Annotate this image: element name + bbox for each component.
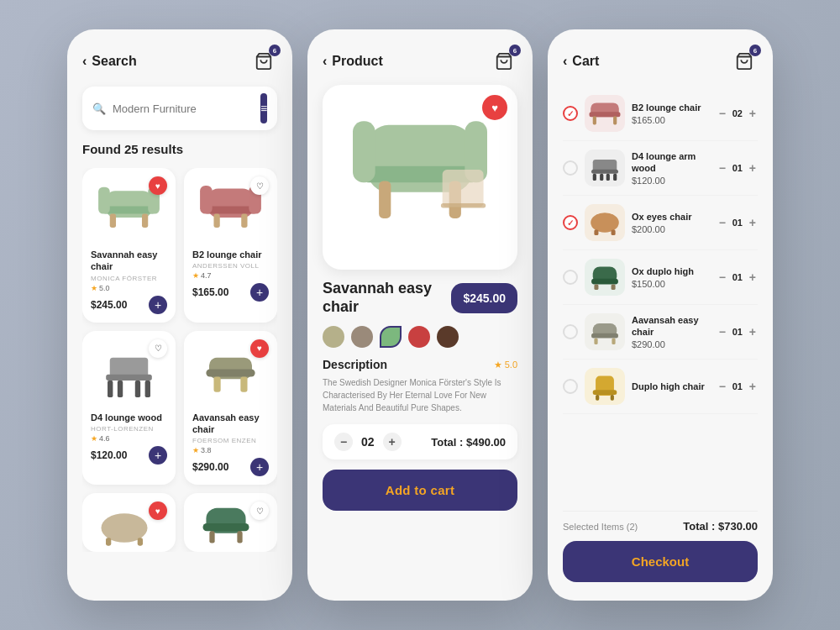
svg-point-50 [591, 213, 619, 233]
cart-decrease-6[interactable]: − [717, 380, 727, 393]
cart-thumb-5 [585, 313, 625, 350]
product-card-4[interactable]: ♥ Aavansah easy chair FOERSOM ENZEN ★3.8… [184, 331, 277, 486]
favorite-icon-3[interactable]: ♡ [149, 339, 167, 358]
cart-increase-6[interactable]: + [748, 380, 758, 393]
svg-rect-37 [443, 170, 484, 207]
quantity-decrease-button[interactable]: − [334, 433, 353, 451]
add-product-1-button[interactable]: + [149, 296, 167, 314]
cart-item-price-5: $290.00 [632, 339, 711, 349]
color-options [323, 326, 517, 348]
filter-button[interactable]: ≡ [260, 93, 267, 123]
cart-decrease-4[interactable]: − [717, 270, 727, 284]
product-name-4: Aavansah easy chair [192, 412, 269, 436]
cart-qty-control-5: − 01 + [717, 325, 758, 339]
checkout-button[interactable]: Checkout [563, 541, 758, 582]
favorite-icon-1[interactable]: ♥ [149, 176, 167, 195]
product-card-1[interactable]: ♥ Savannah easy chair MONICA FÖRSTER ★5.… [82, 168, 176, 323]
product-favorite-button[interactable]: ♥ [482, 95, 507, 120]
cart-chair-img-2 [587, 153, 622, 183]
favorite-icon-6[interactable]: ♡ [250, 501, 269, 520]
add-product-2-button[interactable]: + [250, 283, 269, 302]
svg-rect-27 [203, 523, 249, 531]
cart-increase-2[interactable]: + [748, 161, 758, 175]
cart-checkbox-4[interactable] [563, 270, 578, 285]
product-bottom-1: $245.00 + [91, 296, 167, 314]
quantity-increase-button[interactable]: + [383, 433, 402, 451]
svg-rect-46 [593, 174, 596, 181]
cart-increase-4[interactable]: + [748, 270, 758, 284]
cart-chair-img-1 [587, 98, 622, 129]
product-back-button[interactable]: ‹ Product [323, 54, 383, 69]
product-price-3: $120.00 [91, 449, 127, 461]
svg-rect-33 [353, 121, 375, 182]
description-title: Description [323, 358, 387, 371]
favorite-icon-4[interactable]: ♥ [250, 339, 269, 358]
cart-item-name-6: Duplo high chair [632, 381, 711, 392]
product-name-1: Savannah easy chair [91, 249, 167, 273]
cart-chair-img-5 [587, 317, 622, 347]
cart-item-price-1: $165.00 [632, 115, 711, 125]
cart-increase-1[interactable]: + [748, 107, 758, 120]
cart-decrease-1[interactable]: − [717, 107, 727, 120]
product-card-2[interactable]: ♡ B2 lounge chair ANDERSSEN VOLL ★4.7 $1… [184, 168, 277, 323]
chair-illustration-5 [91, 501, 158, 548]
cart-item-4: Ox duplo high $150.00 − 01 + [563, 250, 758, 305]
product-rating-2: ★4.7 [192, 271, 269, 280]
svg-rect-42 [593, 116, 596, 124]
color-option-5[interactable] [437, 326, 459, 348]
favorite-icon-5[interactable]: ♥ [149, 501, 167, 520]
product-cart-icon[interactable]: 6 [491, 48, 517, 75]
cart-qty-control-4: − 01 + [717, 270, 758, 284]
cart-increase-5[interactable]: + [748, 325, 758, 339]
product-hero-image: ♥ [323, 85, 517, 270]
add-to-cart-button[interactable]: Add to cart [323, 470, 517, 511]
color-option-1[interactable] [323, 326, 344, 348]
cart-decrease-5[interactable]: − [717, 325, 727, 339]
search-cart-icon[interactable]: 6 [250, 48, 277, 75]
svg-rect-60 [612, 339, 615, 345]
cart-item-price-4: $150.00 [632, 279, 711, 289]
cart-item-2: D4 lounge arm wood $120.00 − 01 + [563, 141, 758, 196]
svg-rect-64 [611, 395, 614, 401]
favorite-icon-2[interactable]: ♡ [250, 176, 269, 195]
cart-decrease-3[interactable]: − [717, 216, 727, 229]
svg-rect-17 [118, 381, 123, 397]
cart-item-info-4: Ox duplo high $150.00 [632, 265, 711, 289]
add-product-4-button[interactable]: + [250, 458, 269, 476]
cart-checkbox-2[interactable] [563, 160, 578, 176]
cart-checkbox-1[interactable] [563, 106, 578, 121]
cart-item-name-3: Ox eyes chair [632, 211, 711, 223]
cart-back-button[interactable]: ‹ Cart [563, 54, 599, 69]
cart-thumb-3 [585, 204, 625, 241]
description-header: Description ★5.0 [323, 358, 517, 371]
cart-checkbox-5[interactable] [563, 324, 578, 339]
cart-item-info-6: Duplo high chair [632, 381, 711, 392]
cart-cart-icon[interactable]: 6 [731, 48, 758, 75]
color-option-2[interactable] [351, 326, 373, 348]
add-product-3-button[interactable]: + [149, 446, 167, 465]
product-card-3[interactable]: ♡ D4 lounge wood HORT-LORENZEN ★4.6 $120… [82, 331, 176, 486]
cart-decrease-2[interactable]: − [717, 161, 727, 175]
svg-rect-6 [142, 214, 148, 228]
back-icon: ‹ [82, 54, 87, 69]
cart-checkbox-3[interactable] [563, 215, 578, 230]
svg-rect-52 [612, 229, 616, 235]
product-bottom-4: $290.00 + [192, 458, 269, 476]
product-card-5[interactable]: ♥ [82, 493, 176, 552]
product-card-6[interactable]: ♡ [184, 493, 277, 552]
product-brand-2: ANDERSSEN VOLL [192, 262, 269, 270]
svg-rect-3 [98, 187, 110, 214]
search-cart-count: 6 [269, 45, 281, 56]
cart-increase-3[interactable]: + [748, 216, 758, 229]
product-cart-count: 6 [509, 45, 521, 56]
results-count: Found 25 results [82, 142, 277, 156]
color-option-4[interactable] [408, 326, 430, 348]
color-option-3[interactable] [380, 326, 402, 348]
cart-checkbox-6[interactable] [563, 379, 578, 394]
search-input[interactable] [113, 102, 254, 115]
product-price-4: $290.00 [192, 461, 228, 473]
product-price-badge: $245.00 [451, 283, 517, 313]
cart-items-list: B2 lounge chair $165.00 − 02 + [563, 87, 758, 502]
search-back-button[interactable]: ‹ Search [82, 54, 137, 69]
svg-rect-29 [237, 532, 242, 543]
